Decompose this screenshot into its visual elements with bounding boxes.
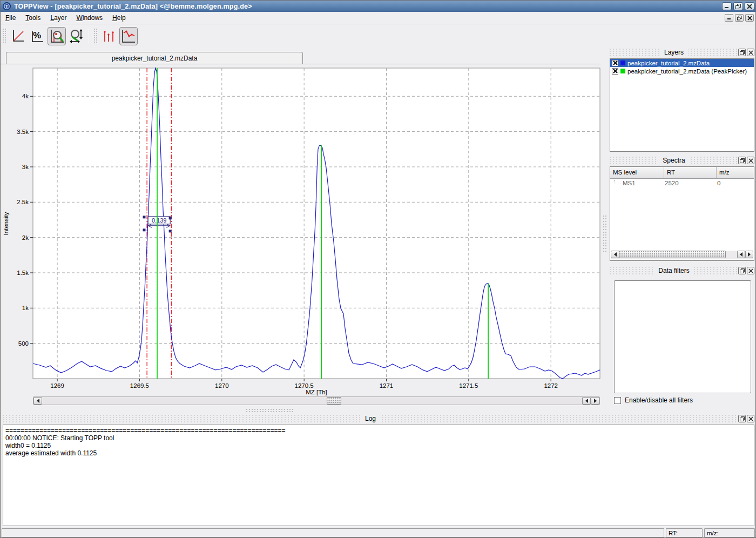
- float-panel-icon[interactable]: [738, 415, 746, 422]
- mdi-restore-icon[interactable]: [735, 14, 744, 22]
- y-axis-label: Intensity: [3, 212, 9, 235]
- scrollbar-thumb[interactable]: [327, 397, 341, 405]
- scroll-right-icon[interactable]: [745, 251, 753, 258]
- toolbar-separator: [89, 29, 89, 44]
- toolbar-grip[interactable]: [94, 29, 97, 44]
- float-panel-icon[interactable]: [738, 267, 746, 274]
- layer-color-chip: [620, 69, 625, 73]
- layer-item[interactable]: peakpicker_tutorial_2.mzData: [610, 59, 754, 67]
- close-icon[interactable]: [745, 2, 754, 10]
- plot-horizontal-scrollbar[interactable]: [33, 396, 600, 405]
- scroll-left-icon[interactable]: [737, 251, 745, 258]
- y-tick-label: 4k: [22, 93, 29, 99]
- spectra-horizontal-scrollbar[interactable]: [611, 251, 753, 259]
- spectra-table-header[interactable]: MS level RT m/z: [610, 167, 754, 179]
- application-window: T TOPPView - [peakpicker_tutorial_2.mzDa…: [0, 0, 756, 538]
- close-panel-icon[interactable]: [747, 415, 754, 422]
- plot-area[interactable]: [33, 68, 600, 379]
- scroll-left-icon[interactable]: [33, 397, 42, 405]
- layer-visibility-checkbox[interactable]: [612, 68, 618, 75]
- status-mz: m/z: 1270.940602: [704, 528, 755, 537]
- y-tick-label: 2.5k: [17, 199, 29, 205]
- enable-filters-checkbox[interactable]: [614, 397, 621, 404]
- float-panel-icon[interactable]: [738, 157, 746, 164]
- layer-visibility-checkbox[interactable]: [612, 60, 618, 66]
- spectrum-canvas[interactable]: 12691269.512701270.512711271.512725001k1…: [1, 64, 601, 407]
- y-tick-label: 3.5k: [17, 129, 29, 135]
- data-filters-list[interactable]: [614, 280, 751, 393]
- log-panel-header[interactable]: Log: [3, 414, 738, 423]
- menu-windows[interactable]: Windows: [71, 12, 107, 23]
- x-tick-label: 1270.5: [295, 382, 314, 389]
- log-line: 00:00:00 NOTICE: Starting TOPP tool: [5, 434, 752, 442]
- layers-panel-title: Layers: [660, 49, 688, 56]
- float-panel-icon[interactable]: [738, 49, 746, 56]
- boundary-handle[interactable]: [143, 228, 145, 231]
- raw-line-icon[interactable]: [119, 27, 138, 45]
- scroll-left-icon[interactable]: [582, 397, 591, 405]
- horizontal-splitter-handle[interactable]: [246, 409, 295, 412]
- zoom-mode-icon[interactable]: [48, 27, 66, 45]
- column-rt[interactable]: RT: [664, 167, 717, 178]
- mdi-minimize-icon[interactable]: [725, 14, 733, 22]
- mdi-close-icon[interactable]: [745, 14, 754, 22]
- y-tick-label: 3k: [22, 164, 29, 170]
- close-panel-icon[interactable]: [747, 49, 754, 56]
- log-line: ========================================…: [5, 427, 752, 434]
- column-ms-level[interactable]: MS level: [610, 167, 664, 178]
- menu-file[interactable]: File: [1, 12, 21, 23]
- vertical-splitter-handle[interactable]: [603, 216, 606, 253]
- data-filters-panel-header[interactable]: Data filters: [610, 266, 738, 275]
- x-tick-label: 1269: [50, 382, 64, 389]
- y-tick-label: 1.5k: [17, 270, 29, 276]
- measure-1d-icon[interactable]: [67, 27, 85, 45]
- column-mz[interactable]: m/z: [717, 167, 754, 178]
- spectra-row[interactable]: MS1 2520 0: [610, 179, 754, 187]
- log-output[interactable]: ========================================…: [3, 425, 754, 526]
- x-tick-label: 1271.5: [459, 382, 478, 389]
- scrollbar-thumb[interactable]: [619, 251, 726, 258]
- x-tick-label: 1271: [380, 382, 394, 389]
- log-line: width0 = 0.1125: [5, 442, 752, 449]
- title-bar[interactable]: T TOPPView - [peakpicker_tutorial_2.mzDa…: [1, 1, 756, 12]
- status-message: [2, 528, 664, 537]
- menu-tools[interactable]: Tools: [21, 12, 45, 23]
- spectra-table[interactable]: MS level RT m/z MS1 2520 0: [610, 166, 754, 261]
- spectra-rt: 2520: [662, 180, 714, 186]
- menu-help[interactable]: Help: [107, 12, 131, 23]
- percentage-intensity-icon[interactable]: %: [28, 27, 46, 45]
- y-tick-label: 500: [18, 340, 29, 347]
- close-panel-icon[interactable]: [747, 157, 754, 164]
- y-tick-label: 1k: [22, 305, 29, 311]
- app-icon: T: [3, 2, 11, 10]
- data-filters-panel-title: Data filters: [654, 267, 693, 274]
- layer-label: peakpicker_tutorial_2.mzData (PeakPicker…: [627, 68, 747, 75]
- minimize-icon[interactable]: [722, 2, 732, 10]
- layers-list[interactable]: peakpicker_tutorial_2.mzData peakpicker_…: [610, 58, 754, 152]
- spectra-ms-level: MS1: [623, 180, 662, 186]
- peak-sticks-icon[interactable]: [100, 27, 118, 45]
- close-panel-icon[interactable]: [747, 267, 754, 274]
- layers-panel-header[interactable]: Layers: [610, 48, 738, 57]
- boundary-handle[interactable]: [143, 216, 145, 218]
- toolbar-grip[interactable]: [3, 29, 6, 44]
- status-bar: RT: m/z: 1270.940602: [1, 528, 756, 538]
- tab-spectrum[interactable]: peakpicker_tutorial_2.mzData: [6, 52, 303, 64]
- spectra-panel-header[interactable]: Spectra: [610, 156, 738, 165]
- layer-label: peakpicker_tutorial_2.mzData: [627, 60, 710, 66]
- layer-color-chip: [620, 60, 625, 65]
- distance-label: 0.139: [152, 217, 167, 224]
- scroll-right-icon[interactable]: [591, 397, 599, 405]
- log-line: average estimated width 0.1125: [5, 449, 752, 457]
- scroll-left-icon[interactable]: [611, 251, 619, 258]
- layer-item[interactable]: peakpicker_tutorial_2.mzData (PeakPicker…: [610, 67, 754, 75]
- menu-layer[interactable]: Layer: [45, 12, 71, 23]
- boundary-handle[interactable]: [169, 230, 172, 232]
- window-title: TOPPView - [peakpicker_tutorial_2.mzData…: [14, 3, 252, 10]
- linear-scale-icon[interactable]: [9, 27, 27, 45]
- boundary-handle[interactable]: [169, 217, 172, 219]
- spectra-panel-title: Spectra: [658, 157, 689, 164]
- svg-text:%: %: [33, 30, 41, 41]
- restore-icon[interactable]: [733, 2, 743, 10]
- enable-filters-label: Enable/disable all filters: [625, 396, 693, 404]
